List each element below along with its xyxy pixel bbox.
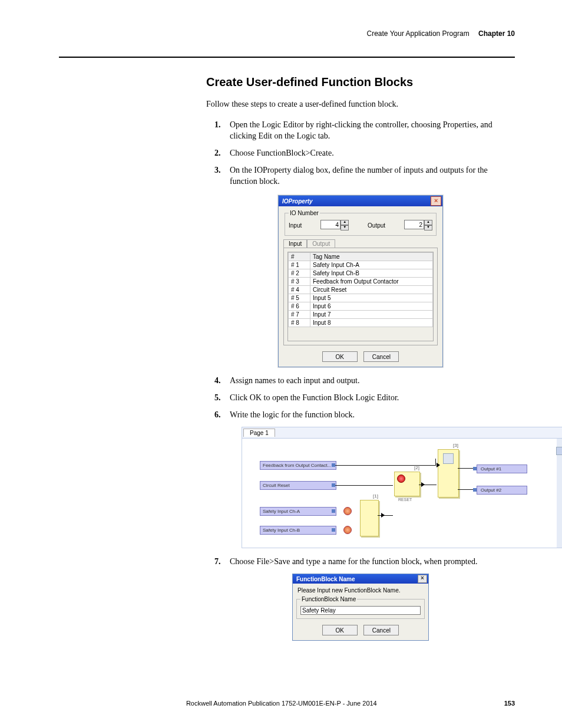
io-number-legend: IO Number [289,210,320,216]
port-icon[interactable] [473,488,477,492]
output-count-field[interactable] [404,220,424,229]
input-count-spinner[interactable]: ▲▼ [320,220,349,230]
page-number: 153 [504,700,515,707]
main-content: Create User-defined Function Blocks Foll… [206,75,515,421]
breadcrumb: Create Your Application Program [367,29,470,38]
editor-canvas[interactable]: Feedback from Output Contact... Circuit … [242,439,562,548]
close-icon[interactable]: × [431,196,441,206]
table-row[interactable]: # 8Input 8 [289,319,433,327]
spinner-down-icon[interactable]: ▼ [424,225,432,230]
table-row[interactable]: # 2Safety Input Ch-B [289,269,433,278]
page: Create Your Application Program Chapter … [0,0,562,728]
page-footer: Rockwell Automation Publication 1752-UM0… [59,700,515,707]
fbname-titlebar[interactable]: FunctionBlock Name × [293,574,428,584]
step-6: 6.Write the logic for the function block… [206,410,515,421]
table-row[interactable]: # 7Input 7 [289,311,433,319]
table-row[interactable]: # 3Feedback from Output Contactor [289,278,433,286]
fbname-input[interactable] [300,606,421,615]
reset-button-icon [397,475,405,483]
step-3: 3.On the IOProperty dialog box, define t… [206,165,515,187]
table-row[interactable]: # 5Input 5 [289,294,433,302]
fbname-prompt: Please Input new FunctionBlock Name. [293,584,428,594]
input-block-chb[interactable]: Safety Input Ch-B [260,526,336,535]
main-content-cont: 7.Choose File>Save and type a name for t… [206,556,515,641]
io-number-group: IO Number Input ▲▼ Output ▲▼ [285,210,437,236]
chapter-label: Chapter 10 [478,29,515,38]
fbname-legend: FunctionBlock Name [300,596,357,602]
fb-block-2[interactable]: [2] RESET [394,472,420,496]
port-icon[interactable] [473,467,477,470]
col-tagname[interactable]: Tag Name [310,253,433,261]
table-row[interactable]: # 1Safety Input Ch-A [289,261,433,269]
col-number[interactable]: # [289,253,310,261]
intro-paragraph: Follow these steps to create a user-defi… [206,100,515,109]
tab-input[interactable]: Input [283,239,307,248]
step-4: 4.Assign names to each input and output. [206,375,515,387]
ok-button[interactable]: OK [322,625,358,635]
input-block-reset[interactable]: Circuit Reset [260,481,336,490]
spinner-up-icon[interactable]: ▲ [340,220,349,225]
table-row[interactable]: # 6Input 6 [289,302,433,311]
spinner-down-icon[interactable]: ▼ [340,225,349,230]
step-7: 7.Choose File>Save and type a name for t… [206,556,515,568]
step-2: 2.Choose FunctionBlock>Create. [206,148,515,159]
io-table-wrap[interactable]: #Tag Name # 1Safety Input Ch-A # 2Safety… [287,252,434,341]
steps-list-cont: 4.Assign names to each input and output.… [206,375,515,421]
scrollbar-thumb[interactable] [556,447,562,455]
ioproperty-titlebar[interactable]: IOProperty × [279,196,442,206]
fbname-title: FunctionBlock Name [296,576,355,582]
block-icon [443,453,454,464]
io-table: #Tag Name # 1Safety Input Ch-A # 2Safety… [288,252,433,327]
steps-list-cont2: 7.Choose File>Save and type a name for t… [206,556,515,568]
ok-button[interactable]: OK [322,351,358,362]
table-row[interactable]: # 4Circuit Reset [289,286,433,294]
cancel-button[interactable]: Cancel [363,625,399,635]
input-block-feedback[interactable]: Feedback from Output Contact... [260,461,336,470]
fbname-group: FunctionBlock Name [296,596,425,619]
io-tabs: Input Output [283,239,438,248]
spinner-up-icon[interactable]: ▲ [424,220,432,225]
cancel-button[interactable]: Cancel [363,351,399,362]
ioproperty-body: IO Number Input ▲▼ Output ▲▼ [279,206,442,367]
input-block-cha[interactable]: Safety Input Ch-A [260,507,336,516]
section-heading: Create User-defined Function Blocks [206,75,515,89]
ioproperty-dialog: IOProperty × IO Number Input ▲▼ Output [278,195,443,367]
output-count-label: Output [368,222,385,229]
output-count-spinner[interactable]: ▲▼ [404,220,432,230]
fb-block-1[interactable]: [1] [360,500,379,536]
editor-tabbar: Page 1 [242,427,562,439]
close-icon[interactable]: × [418,575,427,583]
header-rule [59,57,515,58]
step-5: 5.Click OK to open the Function Block Lo… [206,393,515,404]
output-block-1[interactable]: Output #1 [477,465,527,473]
step-1: 1.Open the Logic Editor by right-clickin… [206,120,515,142]
input-count-field[interactable] [320,220,340,229]
io-tab-pane: #Tag Name # 1Safety Input Ch-A # 2Safety… [283,248,438,345]
ioproperty-title: IOProperty [282,198,313,205]
logic-editor-figure: Page 1 Feedback from Output Contact... C… [242,427,562,548]
publication-id: Rockwell Automation Publication 1752-UM0… [59,700,504,707]
fbname-dialog: FunctionBlock Name × Please Input new Fu… [292,574,429,641]
output-block-2[interactable]: Output #2 [477,486,527,495]
port-icon[interactable] [332,509,335,513]
tab-output[interactable]: Output [307,239,335,248]
vertical-scrollbar[interactable] [557,439,562,548]
tab-page1[interactable]: Page 1 [243,429,275,437]
reset-label: RESET [398,498,412,502]
fb-block-3[interactable]: [3] [438,449,459,498]
steps-list: 1.Open the Logic Editor by right-clickin… [206,120,515,187]
running-header: Create Your Application Program Chapter … [59,29,515,40]
port-icon[interactable] [332,528,335,532]
input-count-label: Input [289,222,302,229]
